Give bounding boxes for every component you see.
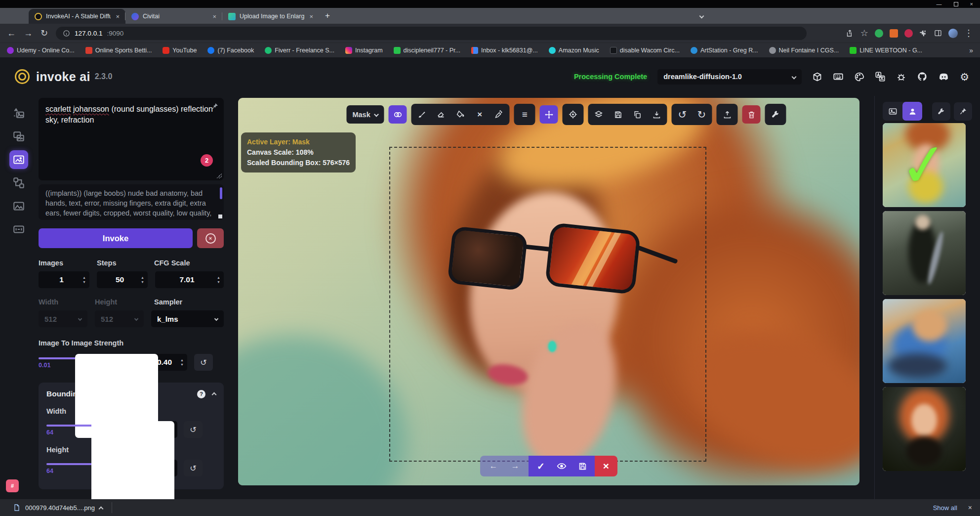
cancel-button[interactable]: ×: [197, 228, 224, 248]
clear-canvas-button[interactable]: [742, 105, 761, 124]
settings-gear-icon[interactable]: ⚙: [960, 72, 969, 82]
hotkeys-icon[interactable]: [833, 71, 844, 82]
discord-icon[interactable]: [938, 71, 949, 83]
cfg-input[interactable]: 7.01 ▲▼: [155, 271, 224, 288]
theme-palette-icon[interactable]: [854, 72, 864, 82]
github-icon[interactable]: [917, 71, 928, 82]
tab-close-icon[interactable]: ×: [308, 13, 314, 20]
bookmark-webtoon[interactable]: LINE WEBTOON - G...: [850, 47, 922, 54]
gallery-settings-button[interactable]: [932, 102, 950, 121]
gallery-results-tab[interactable]: [902, 102, 922, 121]
tab-unified-canvas[interactable]: [9, 150, 28, 169]
canvas-artwork[interactable]: Mask: [238, 98, 859, 485]
redo-button[interactable]: ↻: [693, 105, 711, 124]
model-select[interactable]: dreamlike-diffusion-1.0: [657, 69, 802, 85]
accept-image-button[interactable]: ✓: [531, 456, 550, 476]
stepper-down-icon[interactable]: ▼: [82, 280, 86, 284]
bookmark-artstation[interactable]: ArtStation - Greg R...: [691, 47, 758, 54]
save-staging-button[interactable]: [573, 456, 592, 476]
bookmark-udemy[interactable]: Udemy - Online Co...: [7, 47, 75, 54]
height-select[interactable]: 512: [95, 310, 144, 327]
tab-image-to-image[interactable]: [9, 127, 28, 146]
stepper-up-icon[interactable]: ▲: [180, 358, 184, 362]
stepper-down-icon[interactable]: ▼: [141, 280, 144, 284]
tab-civitai[interactable]: Civitai ×: [125, 9, 222, 24]
side-panel-icon[interactable]: [934, 29, 942, 37]
download-chevron-icon[interactable]: [99, 506, 104, 511]
sampler-select[interactable]: k_lms: [151, 310, 224, 327]
forward-button[interactable]: →: [24, 28, 33, 38]
extension-icon-orange[interactable]: [890, 29, 898, 38]
discard-image-button[interactable]: ×: [597, 456, 615, 476]
move-tool-button[interactable]: [540, 105, 558, 124]
bookmark-wacom[interactable]: disable Wacom Circ...: [610, 47, 680, 54]
share-icon[interactable]: [846, 29, 854, 38]
gallery-thumbnail-2[interactable]: [883, 211, 966, 295]
minimize-button[interactable]: —: [937, 1, 942, 7]
tab-postprocess[interactable]: [9, 197, 28, 215]
clear-mask-button[interactable]: ×: [471, 105, 489, 124]
new-tab-button[interactable]: +: [325, 11, 330, 21]
download-bar-close-icon[interactable]: ×: [968, 504, 972, 512]
tab-text-to-image[interactable]: [9, 104, 28, 123]
prompt-input[interactable]: scarlett johansson (round sunglasses) re…: [39, 98, 224, 180]
strength-slider[interactable]: 0.011: [39, 354, 140, 369]
layer-select[interactable]: Mask: [346, 105, 384, 124]
collapse-chevron-icon[interactable]: [212, 389, 216, 398]
profile-avatar[interactable]: [948, 29, 958, 38]
bookmark-fiverr[interactable]: Fiverr - Freelance S...: [265, 47, 334, 54]
gallery-thumbnail-4[interactable]: [883, 387, 966, 471]
upload-button[interactable]: [718, 105, 736, 124]
canvas-bounding-box[interactable]: [389, 147, 706, 462]
stepper-down-icon[interactable]: ▼: [217, 280, 220, 284]
show-hide-button[interactable]: [552, 456, 571, 476]
download-button[interactable]: [648, 105, 666, 124]
canvas-settings-button[interactable]: [767, 105, 785, 124]
mask-options-button[interactable]: [389, 105, 407, 124]
bbox-width-reset-button[interactable]: ↺: [184, 421, 203, 438]
bookmark-disciple[interactable]: discipleneil777 - Pr...: [394, 47, 460, 54]
show-all-link[interactable]: Show all: [933, 504, 957, 512]
stepper-down-icon[interactable]: ▼: [180, 363, 184, 366]
gallery-thumbnail-1[interactable]: ✓: [883, 123, 966, 207]
undo-button[interactable]: ↺: [673, 105, 692, 124]
eraser-tool-button[interactable]: [432, 105, 450, 124]
url-bar[interactable]: 127.0.0.1:9090: [56, 27, 807, 40]
extension-icon-green[interactable]: [875, 29, 883, 38]
tab-close-icon[interactable]: ×: [115, 13, 121, 20]
bbox-width-slider[interactable]: 641024: [46, 421, 131, 436]
model-manager-icon[interactable]: [812, 72, 822, 82]
restore-button[interactable]: [954, 2, 958, 6]
help-icon[interactable]: ?: [197, 390, 205, 398]
bookmark-inbox[interactable]: Inbox - klk56831@...: [471, 47, 538, 54]
next-image-button[interactable]: →: [506, 456, 525, 476]
bug-report-icon[interactable]: [896, 72, 906, 82]
tab-close-icon[interactable]: ×: [211, 13, 217, 20]
bookmark-youtube[interactable]: YouTube: [163, 47, 197, 54]
gallery-thumbnail-3[interactable]: [883, 299, 966, 383]
gallery-pin-button[interactable]: [954, 102, 972, 121]
bookmark-facebook[interactable]: (7) Facebook: [207, 47, 254, 54]
bbox-height-reset-button[interactable]: ↺: [184, 460, 203, 476]
save-to-gallery-button[interactable]: [609, 105, 627, 124]
extensions-puzzle-icon[interactable]: [919, 29, 928, 38]
gallery-images-tab[interactable]: [883, 102, 902, 121]
bbox-height-slider[interactable]: 641024: [46, 460, 131, 474]
tab-upscale[interactable]: Upload Image to Enlarge & Enha ×: [222, 9, 319, 24]
scrollbar-thumb[interactable]: [220, 187, 222, 199]
language-icon[interactable]: [875, 71, 886, 82]
stepper-up-icon[interactable]: ▲: [217, 276, 220, 279]
console-toggle-button[interactable]: #: [6, 479, 19, 492]
brush-tool-button[interactable]: [413, 105, 431, 124]
strength-reset-button[interactable]: ↺: [194, 354, 213, 371]
download-item[interactable]: 000979.40d74eb5....png: [8, 499, 108, 516]
fill-tool-button[interactable]: [451, 105, 470, 124]
copy-button[interactable]: [628, 105, 647, 124]
bookmarks-overflow-chevron[interactable]: »: [969, 46, 973, 54]
bookmark-neil-fontaine[interactable]: Neil Fontaine I CGS...: [769, 47, 839, 54]
browser-menu-icon[interactable]: ⋮: [964, 28, 973, 38]
bookmark-star-icon[interactable]: ☆: [860, 28, 868, 38]
tab-invokeai[interactable]: InvokeAI - A Stable Diffusion Too ×: [29, 9, 125, 24]
reload-button[interactable]: ↻: [41, 28, 48, 38]
previous-image-button[interactable]: ←: [484, 456, 503, 476]
